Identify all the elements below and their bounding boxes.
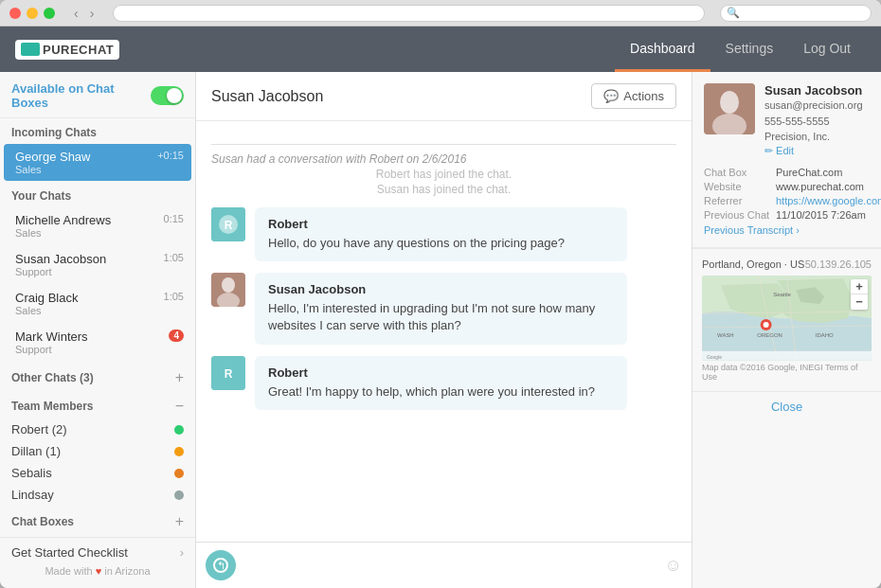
svg-text:Google: Google [707, 354, 722, 359]
meta-referrer-link[interactable]: https://www.google.com [776, 195, 881, 206]
map-ip: 50.139.26.105 [805, 258, 872, 270]
available-toggle[interactable] [151, 86, 184, 105]
message-row: R Robert Hello, do you have any question… [211, 207, 676, 261]
emoji-button[interactable]: ☺ [665, 556, 682, 576]
member-name: Robert (2) [11, 422, 67, 437]
svg-text:↰: ↰ [217, 560, 225, 571]
chat-boxes-add-icon[interactable]: + [175, 513, 184, 530]
meta-row-prevchat: Previous Chat 11/10/2015 7:26am [704, 209, 870, 221]
actions-button[interactable]: 💬 Actions [591, 83, 676, 109]
other-chats-title: Other Chats (3) [11, 371, 94, 384]
avatar: R [211, 356, 245, 390]
nav-settings[interactable]: Settings [710, 27, 789, 72]
prev-transcript-link[interactable]: Previous Transcript › [704, 224, 870, 236]
maximize-btn[interactable] [44, 8, 55, 19]
forward-button[interactable]: › [86, 6, 99, 21]
team-member-lindsay[interactable]: Lindsay [0, 484, 195, 506]
contact-card: Susan Jacobson susan@precision.org 555-5… [692, 72, 881, 248]
meta-row-website: Website www.purechat.com [704, 181, 870, 192]
logo-text: PURECHAT [43, 43, 114, 57]
contact-edit-link[interactable]: ✏ Edit [764, 145, 870, 157]
minimize-btn[interactable] [27, 8, 38, 19]
message-row: R Robert Great! I'm happy to help, which… [211, 356, 676, 410]
visitor-avatar-icon [211, 273, 245, 307]
actions-label: Actions [623, 89, 664, 103]
svg-point-11 [720, 91, 739, 114]
join-text-2: Susan has joined the chat. [211, 183, 676, 196]
member-status-dot [174, 469, 184, 478]
main-layout: Available on Chat Boxes Incoming Chats G… [0, 72, 881, 588]
back-button[interactable]: ‹ [70, 6, 82, 21]
chat-boxes-section: Chat Boxes + [0, 506, 195, 534]
sidebar-footer: Get Started Checklist › Made with ♥ in A… [0, 537, 195, 588]
your-chat-craig[interactable]: Craig Black Sales 1:05 [4, 285, 191, 322]
your-chat-susan[interactable]: Susan Jacobson Support 1:05 [4, 246, 191, 283]
contact-avatar-icon [704, 83, 755, 134]
map-zoom-in-button[interactable]: + [851, 279, 868, 294]
chat-name: Susan Jacobson [15, 252, 180, 266]
chat-sub: Support [15, 344, 180, 355]
map-svg: Seattle OREGON IDAHO WASH Google [702, 276, 872, 361]
member-name: Lindsay [11, 488, 54, 502]
message-sender: Robert [268, 365, 614, 380]
chat-input[interactable] [243, 559, 657, 573]
map-header: Portland, Oregon · US 50.139.26.105 [702, 258, 872, 270]
member-name: Dillan (1) [11, 444, 61, 458]
chat-input-area: ↰ ☺ [196, 542, 692, 588]
chat-main: Susan Jacobson 💬 Actions Susan had a con… [196, 72, 692, 588]
chevron-right-icon: › [180, 545, 184, 560]
close-button[interactable]: Close [692, 391, 881, 421]
message-row: Susan Jacobson Hello, I'm interested in … [211, 273, 676, 344]
meta-value: 11/10/2015 7:26am [776, 209, 866, 221]
close-btn[interactable] [9, 8, 21, 19]
avatar [211, 273, 245, 307]
logo-box: PURECHAT [15, 40, 119, 60]
meta-label: Website [704, 181, 770, 192]
search-bar[interactable]: 🔍 [720, 5, 872, 22]
logo-area: PURECHAT [15, 40, 119, 60]
footer-location: in Arizona [104, 565, 150, 577]
join-text-1: Robert has joined the chat. [211, 168, 676, 181]
agent-avatar-icon: R [211, 356, 245, 390]
your-chat-michelle[interactable]: Michelle Andrews Sales 0:15 [4, 207, 191, 244]
svg-text:OREGON: OREGON [757, 331, 782, 337]
svg-text:R: R [225, 219, 233, 232]
member-status-dot [174, 425, 184, 435]
team-members-collapse-icon[interactable]: − [175, 398, 184, 415]
your-chats-title: Your Chats [0, 182, 195, 206]
chat-bubble-icon: 💬 [603, 89, 619, 103]
app-window: ‹ › 🔍 PURECHAT Dashboard Settings Log Ou… [0, 0, 881, 588]
map-container: Seattle OREGON IDAHO WASH Google + − [702, 276, 872, 361]
checklist-row[interactable]: Get Started Checklist › [11, 545, 184, 560]
chat-name: George Shaw [15, 150, 180, 164]
nav-dashboard[interactable]: Dashboard [615, 27, 710, 72]
meta-label: Referrer [704, 195, 770, 206]
incoming-chat-george[interactable]: George Shaw Sales +0:15 [4, 144, 191, 181]
message-sender: Robert [268, 217, 614, 231]
meta-label: Previous Chat [704, 209, 770, 221]
chat-name: Mark Winters [15, 330, 180, 344]
team-member-sebalis[interactable]: Sebalis [0, 462, 195, 484]
your-chat-mark[interactable]: Mark Winters Support 4 [4, 324, 191, 361]
meta-row-referrer: Referrer https://www.google.com [704, 195, 870, 206]
chat-time: 1:05 [164, 291, 184, 302]
map-zoom-out-button[interactable]: − [851, 294, 868, 310]
address-bar[interactable] [113, 5, 705, 22]
chat-sub: Sales [15, 227, 180, 239]
message-text: Great! I'm happy to help, which plan wer… [268, 383, 614, 401]
other-chats-add-icon[interactable]: + [175, 369, 184, 386]
message-text: Hello, I'm interested in upgrading but I… [268, 300, 614, 334]
team-member-robert[interactable]: Robert (2) [0, 419, 195, 440]
meta-value: PureChat.com [776, 167, 842, 178]
attachment-icon-button[interactable]: ↰ [206, 550, 236, 580]
chat-sub: Sales [15, 305, 180, 316]
contact-avatar [704, 83, 755, 134]
other-chats-section: Other Chats (3) + [0, 362, 195, 390]
map-area: Portland, Oregon · US 50.139.26.105 [692, 248, 881, 391]
nav-logout[interactable]: Log Out [788, 27, 866, 72]
svg-text:IDAHO: IDAHO [816, 331, 834, 337]
pencil-icon: ✏ [764, 145, 773, 156]
team-members-title: Team Members [11, 400, 93, 413]
team-member-dillan[interactable]: Dillan (1) [0, 440, 195, 462]
svg-point-23 [764, 321, 769, 327]
